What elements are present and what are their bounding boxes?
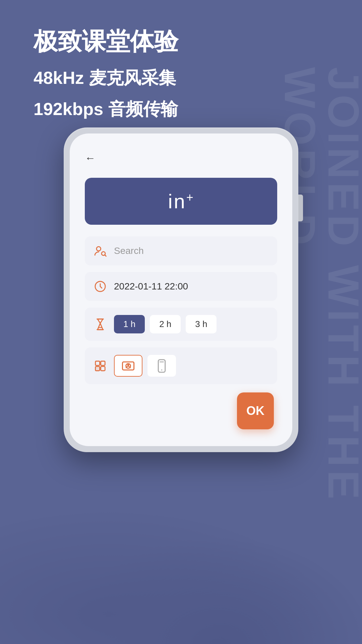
phone-inner: ← i n +	[70, 133, 292, 446]
logo-n: n	[174, 190, 185, 213]
search-row[interactable]: Search	[85, 236, 277, 265]
hourglass-icon	[93, 317, 107, 331]
duration-2h-button[interactable]: 2 h	[150, 315, 181, 333]
sub-title-1: 48kHz 麦克风采集	[34, 66, 328, 90]
mode-camera-button[interactable]	[114, 355, 142, 377]
duration-buttons-group: 1 h 2 h 3 h	[114, 315, 269, 333]
duration-1h-button[interactable]: 1 h	[114, 315, 145, 333]
sub-title-2: 192kbps 音频传输	[34, 97, 328, 121]
mode-buttons-group	[114, 355, 269, 377]
duration-options: 1 h 2 h 3 h	[114, 315, 217, 333]
datetime-display[interactable]: 2022-01-11 22:00	[114, 281, 269, 292]
svg-rect-5	[101, 361, 105, 365]
svg-point-11	[127, 364, 129, 366]
ok-button-wrapper: OK	[85, 392, 277, 429]
ok-button[interactable]: OK	[237, 392, 274, 429]
layout-icon	[93, 359, 107, 373]
svg-point-14	[161, 369, 162, 370]
search-person-icon	[93, 244, 107, 258]
logo-plus: +	[186, 192, 194, 204]
duration-row: 1 h 2 h 3 h	[85, 308, 277, 341]
phone-outer: ← i n +	[64, 127, 298, 452]
svg-rect-7	[101, 366, 105, 371]
svg-point-0	[97, 247, 101, 251]
clock-icon	[93, 279, 107, 293]
svg-line-2	[105, 255, 106, 256]
mode-options	[114, 355, 176, 377]
logo: i n +	[168, 190, 194, 213]
logo-i: i	[168, 190, 173, 213]
search-input-area[interactable]: Search	[114, 246, 269, 256]
svg-rect-6	[96, 366, 100, 371]
bg-splash	[0, 493, 362, 644]
phone-mockup: ← i n +	[64, 127, 298, 452]
duration-3h-button[interactable]: 3 h	[186, 315, 217, 333]
search-placeholder: Search	[114, 246, 144, 256]
svg-rect-4	[96, 361, 100, 365]
top-section: 极致课堂体验 48kHz 麦克风采集 192kbps 音频传输	[34, 27, 328, 128]
app-content: ← i n +	[70, 133, 292, 446]
logo-banner: i n +	[85, 178, 277, 225]
datetime-value: 2022-01-11 22:00	[114, 281, 188, 292]
datetime-row[interactable]: 2022-01-11 22:00	[85, 272, 277, 301]
mode-phone-button[interactable]	[147, 355, 176, 377]
back-button[interactable]: ←	[85, 152, 96, 164]
main-title: 极致课堂体验	[34, 27, 328, 56]
mode-row	[85, 347, 277, 384]
